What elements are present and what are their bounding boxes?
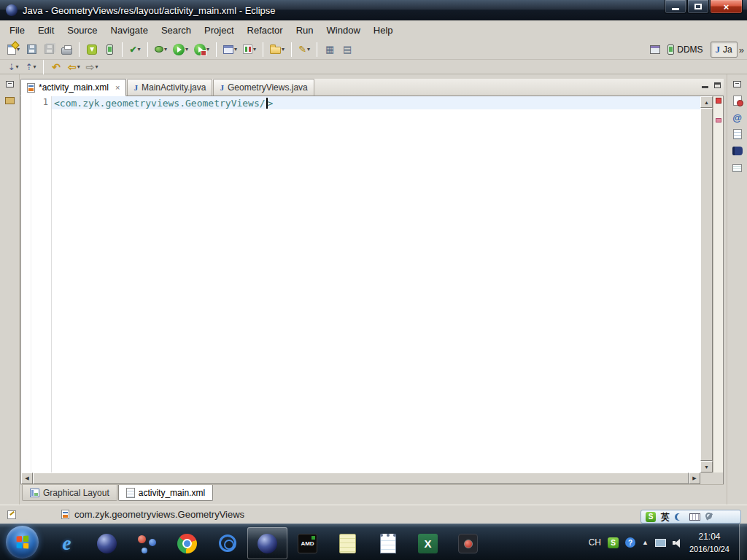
- run-button[interactable]: ▾: [171, 42, 190, 58]
- verify-button[interactable]: ✔▾: [127, 42, 143, 58]
- dropdown-arrow-icon[interactable]: ▾: [95, 63, 98, 70]
- javadoc-view-button[interactable]: @: [729, 110, 746, 125]
- perspective-java[interactable]: J Ja: [711, 42, 738, 58]
- maximize-editor-icon[interactable]: [714, 82, 721, 88]
- dropdown-arrow-icon[interactable]: ▾: [234, 46, 237, 52]
- previous-annotation-button[interactable]: ⇡▾: [23, 59, 39, 75]
- tab-geometryviews-java[interactable]: J GeometryViews.java: [213, 79, 314, 96]
- save-button[interactable]: [23, 42, 39, 58]
- tab-graphical-layout[interactable]: Graphical Layout: [22, 485, 117, 501]
- debug-button[interactable]: ▾: [152, 42, 169, 58]
- open-resource-button[interactable]: ▾: [268, 42, 287, 58]
- external-tools-button[interactable]: ▾: [192, 42, 212, 58]
- dropdown-arrow-icon[interactable]: ▾: [206, 46, 209, 52]
- back-button[interactable]: ⇦▾: [66, 59, 82, 75]
- print-button[interactable]: [58, 42, 74, 58]
- soft-keyboard-icon[interactable]: [689, 513, 700, 521]
- taskbar-clock[interactable]: 21:04 2016/10/24: [689, 530, 729, 556]
- menu-run[interactable]: Run: [290, 23, 320, 38]
- menu-source[interactable]: Source: [61, 23, 104, 38]
- last-edit-location-button[interactable]: ↶: [48, 59, 64, 75]
- properties-view-button[interactable]: [729, 160, 746, 175]
- close-tab-icon[interactable]: ×: [115, 83, 120, 92]
- toolbar-overflow-icon[interactable]: »: [739, 44, 744, 55]
- ime-settings-wrench-icon[interactable]: [705, 513, 713, 521]
- network-tray-icon[interactable]: [655, 539, 666, 547]
- scroll-up-button[interactable]: ▲: [700, 96, 713, 108]
- problems-view-button[interactable]: [729, 93, 746, 108]
- show-desktop-button[interactable]: [739, 524, 747, 560]
- maximize-button[interactable]: [687, 0, 709, 14]
- taskbar-item-eclipse-running[interactable]: [247, 527, 287, 559]
- vertical-scroll-thumb[interactable]: [700, 108, 713, 461]
- avd-manager-button[interactable]: [101, 42, 117, 58]
- annotation-ruler[interactable]: [21, 96, 31, 472]
- perspective-ddms[interactable]: DDMS: [662, 42, 708, 57]
- minimize-button[interactable]: [665, 0, 686, 14]
- menu-file[interactable]: File: [3, 23, 31, 38]
- tray-expand-icon[interactable]: ▲: [642, 539, 649, 546]
- sogou-tray-icon[interactable]: S: [608, 537, 619, 548]
- line-number-gutter[interactable]: 1: [31, 96, 52, 472]
- taskbar-item-internet-explorer[interactable]: e: [47, 527, 87, 559]
- scroll-down-button[interactable]: ▼: [700, 461, 713, 472]
- vertical-scrollbar[interactable]: ▲ ▼: [700, 96, 713, 472]
- minimize-editor-icon[interactable]: [702, 86, 708, 88]
- taskbar-item-notepad[interactable]: [368, 527, 408, 559]
- taskbar-item-notes[interactable]: [328, 527, 368, 559]
- show-view-table-button[interactable]: ▦: [322, 42, 338, 58]
- dropdown-arrow-icon[interactable]: ▾: [77, 63, 80, 70]
- dropdown-arrow-icon[interactable]: ▾: [307, 46, 310, 52]
- menu-project[interactable]: Project: [198, 23, 240, 38]
- moon-icon[interactable]: [677, 513, 684, 521]
- dropdown-arrow-icon[interactable]: ▾: [138, 46, 141, 52]
- forward-button[interactable]: ⇨▾: [84, 59, 101, 75]
- ime-language-toggle[interactable]: 英: [661, 513, 670, 521]
- warning-marker[interactable]: [716, 118, 721, 122]
- taskbar-item-media-app[interactable]: [448, 527, 488, 559]
- taskbar-item-amd[interactable]: AMD: [287, 527, 328, 559]
- scroll-right-button[interactable]: ▶: [689, 472, 700, 484]
- code-editor[interactable]: <com.zyk.geometryviews.GeometryViews/>: [52, 96, 700, 472]
- android-sdk-manager-button[interactable]: [84, 42, 100, 58]
- open-perspective-icon[interactable]: [650, 45, 660, 54]
- language-indicator[interactable]: CH: [589, 537, 601, 548]
- new-java-project-button[interactable]: ▾: [221, 42, 239, 58]
- declaration-view-button[interactable]: [729, 127, 746, 141]
- restore-views-button[interactable]: [729, 77, 746, 91]
- mark-occurrences-button[interactable]: ✎▾: [296, 42, 312, 58]
- title-bar[interactable]: Java - GeometryViews/res/layout/activity…: [0, 0, 747, 20]
- horizontal-scroll-thumb[interactable]: [33, 472, 689, 484]
- close-button[interactable]: ×: [710, 0, 743, 14]
- tab-mainactivity-java[interactable]: J MainActivity.java: [127, 79, 212, 96]
- dropdown-arrow-icon[interactable]: ▾: [164, 46, 167, 52]
- menu-refactor[interactable]: Refactor: [241, 23, 290, 38]
- dropdown-arrow-icon[interactable]: ▾: [282, 46, 285, 52]
- menu-search[interactable]: Search: [155, 23, 198, 38]
- taskbar-item-rings-app[interactable]: [207, 527, 247, 559]
- save-all-button[interactable]: [41, 42, 57, 58]
- menu-window[interactable]: Window: [320, 23, 367, 38]
- next-annotation-button[interactable]: ⇣▾: [5, 59, 21, 75]
- restore-views-button[interactable]: [1, 77, 18, 91]
- menu-edit[interactable]: Edit: [31, 23, 61, 38]
- tab-activity-main-xml-source[interactable]: activity_main.xml: [118, 485, 213, 501]
- scroll-left-button[interactable]: ◀: [21, 472, 33, 484]
- console-view-button[interactable]: [729, 144, 746, 158]
- taskbar-item-eclipse[interactable]: [87, 527, 127, 559]
- sogou-logo-icon[interactable]: S: [646, 512, 656, 522]
- volume-tray-icon[interactable]: [673, 538, 683, 547]
- new-wizard-button[interactable]: ▾: [5, 42, 22, 58]
- coverage-button[interactable]: ▾: [241, 42, 258, 58]
- menu-navigate[interactable]: Navigate: [104, 23, 155, 38]
- dropdown-arrow-icon[interactable]: ▾: [185, 46, 188, 52]
- dropdown-arrow-icon[interactable]: ▾: [16, 63, 19, 70]
- show-view-list-button[interactable]: ▤: [339, 42, 355, 58]
- help-tray-icon[interactable]: ?: [625, 537, 635, 548]
- package-explorer-button[interactable]: [1, 93, 18, 108]
- dropdown-arrow-icon[interactable]: ▾: [34, 63, 36, 70]
- taskbar-item-excel[interactable]: X: [408, 527, 448, 559]
- overview-ruler[interactable]: [713, 96, 723, 472]
- horizontal-scrollbar[interactable]: ◀ ▶: [20, 472, 724, 484]
- dropdown-arrow-icon[interactable]: ▾: [253, 46, 256, 52]
